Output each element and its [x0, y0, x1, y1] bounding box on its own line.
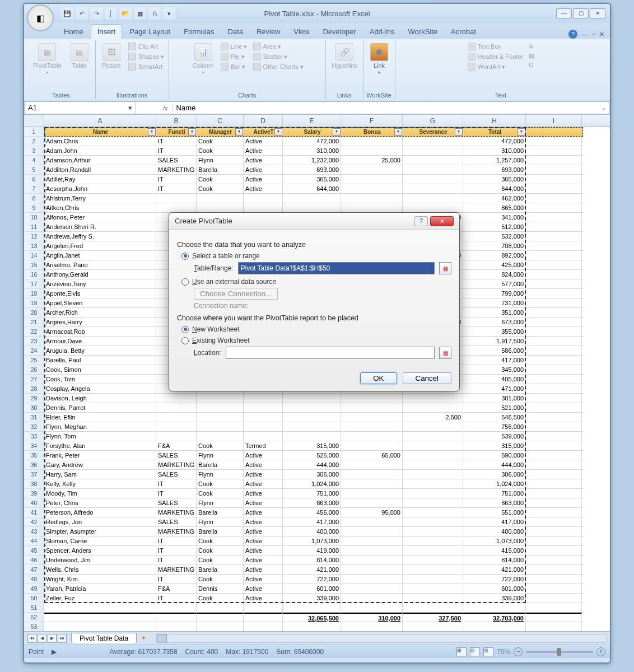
data-cell[interactable] [403, 156, 463, 165]
data-cell[interactable] [526, 260, 582, 269]
data-cell[interactable]: Anderson,Sheri R. [44, 222, 156, 231]
data-cell[interactable] [526, 365, 582, 374]
total-cell[interactable] [197, 613, 244, 622]
data-cell[interactable]: Flynn, Tom [44, 432, 156, 441]
normal-view-button[interactable]: ▦ [456, 647, 467, 656]
data-cell[interactable]: 400,000 [463, 527, 526, 536]
help-icon[interactable]: ? [568, 30, 577, 39]
data-cell[interactable]: 25,000 [341, 156, 403, 165]
empty-cell[interactable] [341, 622, 403, 631]
data-cell[interactable] [403, 594, 463, 603]
data-cell[interactable] [244, 403, 283, 412]
data-cell[interactable]: Redlegs, Jon [44, 517, 156, 526]
data-cell[interactable]: Flynn [197, 470, 244, 479]
data-cell[interactable]: Termed [244, 441, 283, 450]
row-header[interactable]: 13 [24, 241, 44, 251]
data-cell[interactable] [526, 479, 582, 488]
page-layout-view-button[interactable]: ▤ [470, 647, 480, 656]
qat-undo-icon[interactable]: ↶ [76, 7, 88, 20]
header-cell[interactable]: Bonus▼ [342, 128, 403, 136]
data-cell[interactable]: Appel,Steven [44, 298, 156, 307]
data-cell[interactable] [403, 146, 463, 155]
data-cell[interactable]: 471,000 [463, 384, 526, 393]
data-cell[interactable]: 525,000 [283, 451, 341, 460]
data-cell[interactable]: F&A [156, 441, 197, 450]
data-cell[interactable]: Archer,Rich [44, 308, 156, 317]
scatter-chart-button[interactable]: Scatter ▾ [252, 52, 305, 61]
row-header[interactable]: 14 [24, 251, 44, 260]
data-cell[interactable]: MARKETING [156, 508, 197, 517]
row-header[interactable]: 16 [24, 270, 44, 279]
data-cell[interactable] [403, 441, 463, 450]
row-header[interactable]: 35 [24, 451, 44, 460]
data-cell[interactable]: IT [156, 536, 197, 545]
tab-review[interactable]: Review [250, 25, 287, 39]
data-cell[interactable]: 341,000 [463, 213, 526, 222]
data-cell[interactable] [526, 489, 582, 498]
data-cell[interactable] [341, 432, 403, 441]
zoom-slider[interactable] [526, 651, 593, 653]
header-cell[interactable]: ActiveT▼ [244, 128, 283, 136]
data-cell[interactable]: Flynn [197, 156, 244, 165]
data-cell[interactable]: Cook [197, 556, 244, 564]
data-cell[interactable]: Cook [197, 441, 244, 450]
qat-print-icon[interactable]: ⎙ [148, 7, 161, 20]
empty-cell[interactable] [44, 622, 156, 631]
data-cell[interactable]: 315,000 [463, 441, 526, 450]
data-cell[interactable]: Gary, Andrew [44, 460, 156, 469]
data-cell[interactable] [403, 508, 463, 517]
data-cell[interactable]: Davison, Leigh [44, 394, 156, 403]
row-header[interactable]: 11 [24, 222, 44, 232]
horizontal-scrollbar[interactable] [156, 634, 607, 643]
data-cell[interactable]: 644,000 [463, 184, 526, 193]
first-sheet-button[interactable]: ⏮ [27, 634, 36, 643]
data-cell[interactable] [526, 356, 582, 365]
collapse-dialog-button[interactable]: ▦ [439, 262, 451, 274]
data-cell[interactable]: Cook [197, 479, 244, 488]
data-cell[interactable]: Underwood, Jim [44, 556, 156, 564]
data-cell[interactable]: Active [244, 479, 283, 488]
name-box[interactable]: A1▾ [24, 101, 136, 114]
data-cell[interactable]: Cook [197, 146, 244, 155]
header-cell[interactable]: Functi▼ [157, 128, 197, 136]
data-cell[interactable]: Arugula, Betty [44, 346, 156, 355]
data-cell[interactable]: 708,000 [463, 241, 526, 250]
empty-cell[interactable] [244, 622, 283, 631]
data-cell[interactable] [341, 536, 403, 545]
data-cell[interactable]: Active [244, 175, 283, 184]
data-cell[interactable] [341, 184, 403, 193]
area-chart-button[interactable]: Area ▾ [252, 42, 305, 51]
data-cell[interactable] [526, 156, 582, 165]
data-cell[interactable] [283, 203, 341, 212]
close-button[interactable]: ✕ [590, 8, 605, 18]
column-header[interactable]: F [341, 115, 403, 127]
data-cell[interactable]: 1,917,500 [463, 337, 526, 346]
data-cell[interactable]: 722,000 [283, 575, 341, 584]
qat-more-icon[interactable]: ▾ [163, 7, 175, 20]
sig-line-button[interactable]: ≋ [528, 42, 535, 50]
data-cell[interactable] [156, 422, 197, 431]
table-range-input[interactable]: Pivot Table Data'!$A$1:$H$50 [238, 262, 435, 274]
data-cell[interactable]: Addilton,Randall [44, 165, 156, 174]
data-cell[interactable] [526, 232, 582, 241]
data-cell[interactable]: Elder, Eflin [44, 413, 156, 422]
data-cell[interactable]: 417,000 [283, 517, 341, 526]
data-cell[interactable]: 814,000 [463, 556, 526, 564]
filter-dropdown-icon[interactable]: ▼ [274, 128, 282, 136]
symbol-button[interactable]: Ω [528, 61, 535, 69]
data-cell[interactable]: 95,000 [341, 508, 403, 517]
data-cell[interactable] [403, 394, 463, 403]
tab-insert[interactable]: Insert [91, 24, 123, 39]
row-header[interactable]: 24 [24, 346, 44, 356]
data-cell[interactable] [403, 546, 463, 555]
header-footer-button[interactable]: Header & Footer [467, 52, 524, 61]
data-cell[interactable]: 863,000 [283, 498, 341, 507]
data-cell[interactable]: Active [244, 584, 283, 593]
data-cell[interactable] [341, 146, 403, 155]
data-cell[interactable]: 1,024,000 [463, 479, 526, 488]
pie-chart-button[interactable]: Pie ▾ [220, 52, 249, 61]
data-cell[interactable]: 892,000 [463, 251, 526, 260]
data-cell[interactable] [156, 203, 197, 212]
data-cell[interactable]: Active [244, 460, 283, 469]
data-cell[interactable]: 365,000 [463, 175, 526, 184]
